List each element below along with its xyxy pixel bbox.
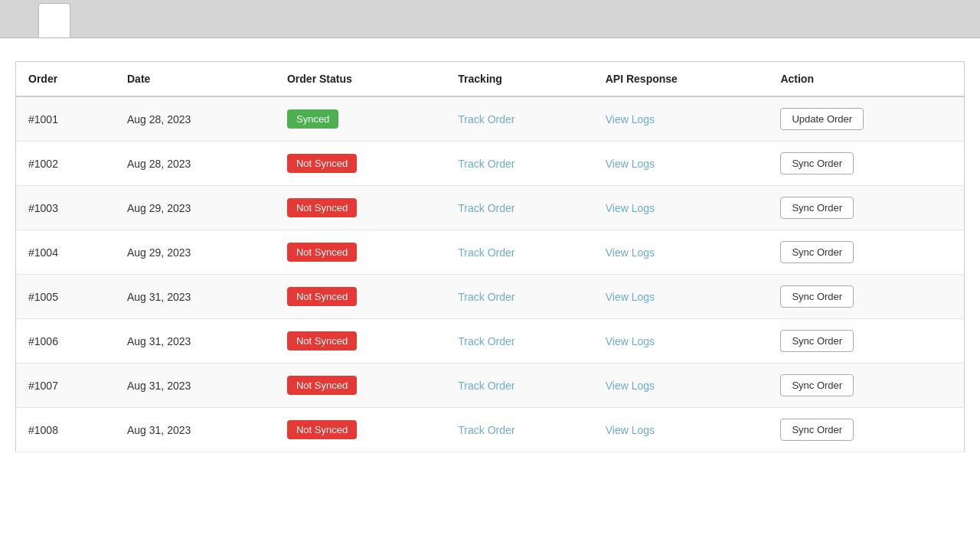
order-date: Aug 28, 2023 [115,142,275,186]
not-synced-badge: Not Synced [287,420,357,439]
not-synced-badge: Not Synced [287,198,357,217]
order-id: #1002 [16,142,115,186]
nav-home-tab[interactable] [8,0,38,37]
order-tracking[interactable]: Track Order [446,186,593,230]
table-row: #1008Aug 31, 2023Not SyncedTrack OrderVi… [16,408,965,452]
order-status: Not Synced [275,319,446,364]
order-tracking[interactable]: Track Order [446,364,593,408]
sync-order-button[interactable]: Sync Order [780,419,854,441]
order-api-response[interactable]: View Logs [593,186,769,230]
order-id: #1004 [16,230,115,275]
order-action[interactable]: Sync Order [768,142,964,186]
order-date: Aug 31, 2023 [115,319,275,364]
track-order-link[interactable]: Track Order [458,246,514,259]
order-id: #1001 [16,96,115,142]
view-logs-link[interactable]: View Logs [606,424,655,436]
view-logs-link[interactable]: View Logs [606,380,655,392]
order-api-response[interactable]: View Logs [593,142,769,186]
sync-order-button[interactable]: Sync Order [780,285,854,308]
order-date: Aug 28, 2023 [115,96,275,142]
col-action: Action [768,62,964,97]
sync-order-button[interactable]: Sync Order [780,374,854,396]
not-synced-badge: Not Synced [287,376,357,395]
col-order: Order [16,62,115,97]
table-row: #1007Aug 31, 2023Not SyncedTrack OrderVi… [16,364,965,408]
order-date: Aug 31, 2023 [115,275,275,319]
view-logs-link[interactable]: View Logs [606,246,655,259]
order-action[interactable]: Sync Order [768,408,964,452]
order-id: #1007 [16,364,115,408]
order-api-response[interactable]: View Logs [593,364,769,408]
nav-bar [0,0,980,38]
orders-table: Order Date Order Status Tracking API Res… [15,61,965,452]
col-date: Date [115,62,275,97]
track-order-link[interactable]: Track Order [458,291,514,303]
order-api-response[interactable]: View Logs [593,275,769,319]
table-row: #1005Aug 31, 2023Not SyncedTrack OrderVi… [16,275,965,319]
order-status: Not Synced [275,408,446,452]
order-id: #1003 [16,186,115,230]
order-action[interactable]: Sync Order [768,230,964,275]
order-status: Not Synced [275,364,446,408]
not-synced-badge: Not Synced [287,287,357,306]
order-tracking[interactable]: Track Order [446,319,593,364]
table-row: #1001Aug 28, 2023SyncedTrack OrderView L… [16,96,965,142]
order-api-response[interactable]: View Logs [593,96,769,142]
table-row: #1003Aug 29, 2023Not SyncedTrack OrderVi… [16,186,965,230]
order-action[interactable]: Update Order [768,96,964,142]
track-order-link[interactable]: Track Order [458,335,514,347]
order-tracking[interactable]: Track Order [446,408,593,452]
track-order-link[interactable]: Track Order [458,380,514,392]
order-api-response[interactable]: View Logs [593,408,769,452]
order-status: Not Synced [275,186,446,230]
orders-container: Order Date Order Status Tracking API Res… [15,61,965,452]
order-status: Synced [275,96,446,142]
sync-order-button[interactable]: Sync Order [780,197,854,219]
not-synced-badge: Not Synced [287,243,357,262]
order-date: Aug 29, 2023 [115,230,275,275]
view-logs-link[interactable]: View Logs [606,158,655,170]
col-status: Order Status [275,62,446,97]
not-synced-badge: Not Synced [287,154,357,173]
order-id: #1008 [16,408,115,452]
nav-orders-tab[interactable] [38,3,70,37]
view-logs-link[interactable]: View Logs [606,202,655,214]
view-logs-link[interactable]: View Logs [606,113,655,126]
order-status: Not Synced [275,275,446,319]
order-api-response[interactable]: View Logs [593,319,769,364]
order-action[interactable]: Sync Order [768,186,964,230]
synced-badge: Synced [287,109,338,129]
track-order-link[interactable]: Track Order [458,113,514,126]
view-logs-link[interactable]: View Logs [606,335,655,347]
sync-order-button[interactable]: Sync Order [780,241,854,263]
update-order-button[interactable]: Update Order [780,108,864,130]
track-order-link[interactable]: Track Order [458,202,514,214]
order-id: #1006 [16,319,115,364]
order-tracking[interactable]: Track Order [446,275,593,319]
not-synced-badge: Not Synced [287,331,357,350]
col-api: API Response [593,62,769,97]
order-api-response[interactable]: View Logs [593,230,769,275]
col-tracking: Tracking [446,62,593,97]
order-action[interactable]: Sync Order [768,275,964,319]
order-tracking[interactable]: Track Order [446,96,593,142]
order-date: Aug 29, 2023 [115,186,275,230]
order-date: Aug 31, 2023 [115,364,275,408]
order-status: Not Synced [275,230,446,275]
view-logs-link[interactable]: View Logs [606,291,655,303]
sync-order-button[interactable]: Sync Order [780,330,854,352]
order-date: Aug 31, 2023 [115,408,275,452]
table-row: #1006Aug 31, 2023Not SyncedTrack OrderVi… [16,319,965,364]
order-id: #1005 [16,275,115,319]
table-row: #1002Aug 28, 2023Not SyncedTrack OrderVi… [16,142,965,186]
table-row: #1004Aug 29, 2023Not SyncedTrack OrderVi… [16,230,965,275]
order-tracking[interactable]: Track Order [446,230,593,275]
order-action[interactable]: Sync Order [768,319,964,364]
track-order-link[interactable]: Track Order [458,158,514,170]
track-order-link[interactable]: Track Order [458,424,514,436]
order-tracking[interactable]: Track Order [446,142,593,186]
order-action[interactable]: Sync Order [768,364,964,408]
sync-order-button[interactable]: Sync Order [780,152,854,174]
table-header-row: Order Date Order Status Tracking API Res… [16,62,965,97]
order-status: Not Synced [275,142,446,186]
